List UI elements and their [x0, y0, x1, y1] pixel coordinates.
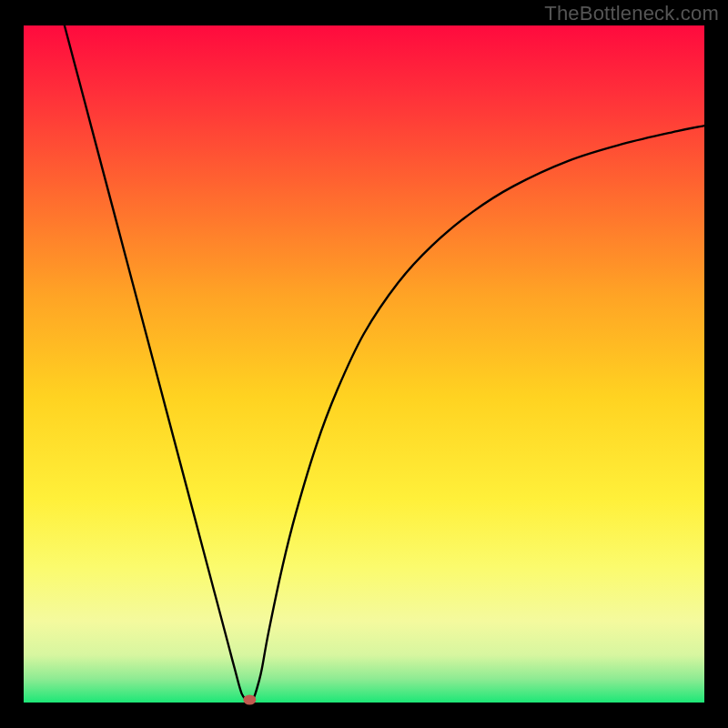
bottleneck-chart [0, 0, 728, 728]
chart-background-gradient [24, 25, 704, 703]
chart-container: TheBottleneck.com [0, 0, 728, 728]
watermark-text: TheBottleneck.com [544, 2, 719, 25]
optimal-point-marker [243, 695, 256, 705]
